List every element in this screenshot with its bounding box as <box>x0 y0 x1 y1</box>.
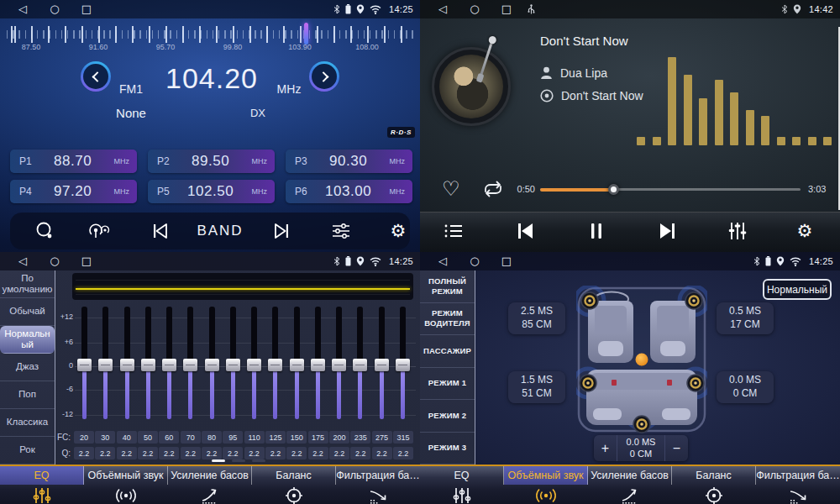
slider-thumb[interactable] <box>247 359 261 371</box>
back-icon[interactable]: ◁ <box>7 252 39 270</box>
recents-icon[interactable]: □ <box>491 0 522 18</box>
q-value-chip[interactable]: 2.2 <box>244 447 265 459</box>
fc-value-chip[interactable]: 80 <box>202 431 222 444</box>
listening-mode-item[interactable]: РЕЖИМ ВОДИТЕЛЯ <box>420 303 475 336</box>
band-slider[interactable] <box>159 305 180 424</box>
eq-preset-item[interactable]: Поп <box>0 381 55 409</box>
preset-button[interactable]: P5 102.50 MHz <box>148 180 275 203</box>
tab-surround[interactable]: Объёмный звук <box>84 466 168 485</box>
home-icon[interactable]: ○ <box>39 252 71 270</box>
home-icon[interactable]: ○ <box>39 0 71 18</box>
tab-balance[interactable] <box>672 485 756 504</box>
recents-icon[interactable]: □ <box>71 252 102 270</box>
eq-preset-item[interactable]: Нормальный <box>0 326 55 354</box>
slider-thumb[interactable] <box>120 359 134 371</box>
eq-preset-item[interactable]: Обычай <box>0 298 55 326</box>
tab-filter[interactable]: Фильтрация ба… <box>336 466 420 485</box>
favorite-button[interactable]: ♡ <box>442 177 460 201</box>
listening-mode-item[interactable]: РЕЖИМ 1 <box>420 368 475 401</box>
fc-value-chip[interactable]: 70 <box>181 431 201 444</box>
tab-filter[interactable] <box>336 485 420 504</box>
tab-surround[interactable]: Объёмный звук <box>504 466 588 485</box>
tab-balance[interactable]: Баланс <box>252 466 336 485</box>
band-slider[interactable] <box>74 305 95 424</box>
q-value-chip[interactable]: 2.2 <box>223 447 243 459</box>
tab-eq[interactable]: EQ <box>420 466 504 485</box>
fc-value-chip[interactable]: 200 <box>329 431 349 444</box>
fc-value-chip[interactable]: 315 <box>393 431 413 444</box>
pause-button[interactable] <box>581 213 612 249</box>
settings-button[interactable]: ⚙ <box>790 213 820 249</box>
slider-thumb[interactable] <box>162 359 176 371</box>
equalizer-button[interactable] <box>722 213 753 249</box>
tab-bass-boost[interactable]: Усиление басов <box>588 466 672 485</box>
tuner-scale-major-ticks[interactable] <box>7 26 413 43</box>
slider-thumb[interactable] <box>353 359 367 371</box>
band-slider[interactable] <box>392 305 413 424</box>
band-slider[interactable] <box>265 305 286 424</box>
q-value-chip[interactable]: 2.2 <box>74 447 94 459</box>
fc-value-chip[interactable]: 125 <box>265 431 286 444</box>
band-slider[interactable] <box>371 305 392 424</box>
fc-value-chip[interactable]: 30 <box>95 431 115 444</box>
band-slider[interactable] <box>138 305 159 424</box>
q-value-chip[interactable]: 2.2 <box>95 447 115 459</box>
tune-up-button[interactable] <box>309 61 339 92</box>
preset-button[interactable]: P1 88.70 MHz <box>10 150 137 173</box>
listening-position-dot[interactable] <box>636 354 648 366</box>
listening-mode-item[interactable]: РЕЖИМ 3 <box>420 433 475 465</box>
fc-value-chip[interactable]: 95 <box>223 431 243 444</box>
recents-icon[interactable]: □ <box>71 0 102 18</box>
fc-value-chip[interactable]: 175 <box>308 431 328 444</box>
tab-bass-boost[interactable] <box>588 485 672 504</box>
listening-mode-item[interactable]: РЕЖИМ 2 <box>420 400 475 433</box>
listening-mode-item[interactable]: ПОЛНЫЙ РЕЖИМ <box>420 270 475 303</box>
q-value-chip[interactable]: 2.2 <box>138 447 158 459</box>
previous-track-button[interactable] <box>510 213 540 249</box>
next-track-button[interactable] <box>653 213 683 249</box>
fc-value-chip[interactable]: 50 <box>138 431 158 444</box>
recents-icon[interactable]: □ <box>491 252 522 270</box>
back-icon[interactable]: ◁ <box>427 252 459 270</box>
settings-button[interactable]: ⚙ <box>383 213 413 249</box>
increase-delay-button[interactable]: + <box>594 435 617 461</box>
tab-filter[interactable]: Фильтрация ба… <box>756 466 840 485</box>
band-slider[interactable] <box>244 305 265 424</box>
eq-preset-item[interactable]: Рок <box>0 437 55 465</box>
preset-button[interactable]: P2 89.50 MHz <box>148 150 275 173</box>
home-icon[interactable]: ○ <box>459 0 491 18</box>
rear-right-delay[interactable]: 0.0 MS 0 CM <box>717 371 774 403</box>
tab-bass-boost[interactable]: Усиление басов <box>168 466 252 485</box>
tab-surround[interactable] <box>504 485 588 504</box>
broadcast-button[interactable] <box>84 213 114 249</box>
fc-value-chip[interactable]: 275 <box>372 431 392 444</box>
tab-eq[interactable] <box>420 485 504 504</box>
slider-thumb[interactable] <box>183 359 197 371</box>
tab-filter[interactable] <box>756 485 840 504</box>
preset-button[interactable]: P4 97.20 MHz <box>10 180 137 203</box>
playlist-button[interactable] <box>438 213 469 249</box>
tab-bass-boost[interactable] <box>168 485 252 504</box>
band-slider[interactable] <box>286 305 307 424</box>
slider-thumb[interactable] <box>311 359 325 371</box>
slider-thumb[interactable] <box>98 359 113 371</box>
front-left-delay[interactable]: 2.5 MS 85 CM <box>508 302 565 334</box>
front-right-delay[interactable]: 0.5 MS 17 CM <box>717 302 774 334</box>
scan-button[interactable] <box>30 213 59 249</box>
fc-value-chip[interactable]: 20 <box>74 431 94 444</box>
fc-value-chip[interactable]: 60 <box>159 431 179 444</box>
q-value-chip[interactable]: 2.2 <box>117 447 137 459</box>
band-slider[interactable] <box>117 305 138 424</box>
band-slider[interactable] <box>95 305 116 424</box>
tab-balance[interactable]: Баланс <box>672 466 756 485</box>
band-slider[interactable] <box>307 305 328 424</box>
back-icon[interactable]: ◁ <box>7 0 39 18</box>
band-slider[interactable] <box>223 305 244 424</box>
q-value-chip[interactable]: 2.2 <box>181 447 201 459</box>
decrease-delay-button[interactable]: − <box>665 435 688 461</box>
band-button[interactable]: BAND <box>193 213 247 249</box>
eq-preset-item[interactable]: Джаз <box>0 354 55 381</box>
preset-button[interactable]: P6 103.00 MHz <box>286 180 412 203</box>
progress-bar[interactable] <box>540 188 801 191</box>
q-value-chip[interactable]: 2.2 <box>308 447 328 459</box>
